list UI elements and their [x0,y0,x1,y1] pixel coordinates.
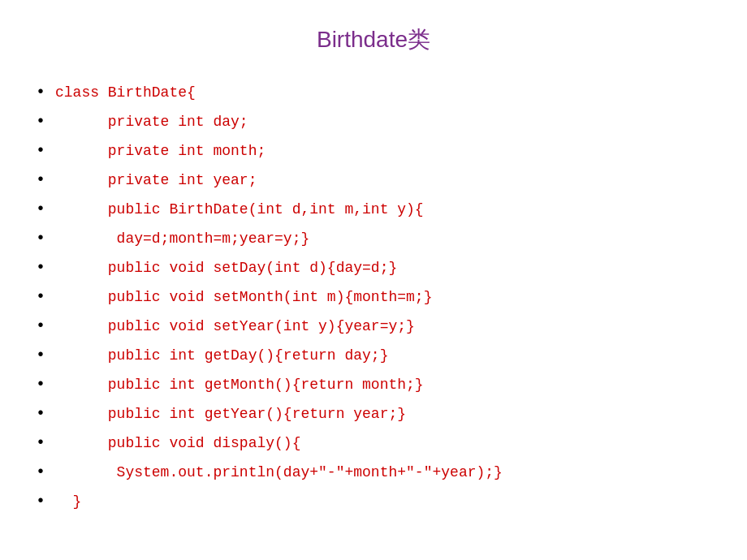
bullet-icon: • [32,459,49,485]
list-item: • private int month; [32,138,715,164]
code-line-text: public int getDay(){return day;} [55,344,388,368]
list-item: • public void setMonth(int m){month=m;} [32,284,715,310]
list-item: • public int getYear(){return year;} [32,401,715,427]
code-line-text: public void setMonth(int m){month=m;} [55,286,432,309]
list-item: • day=d;month=m;year=y;} [32,226,715,252]
title-text: Birthdate类 [317,27,430,52]
list-item: •class BirthDate{ [32,80,715,106]
bullet-icon: • [32,80,49,106]
code-line-text: private int year; [55,169,257,192]
bullet-icon: • [32,255,49,281]
bullet-icon: • [32,489,49,515]
code-line-text: public int getMonth(){return month;} [55,373,424,397]
list-item: • public int getMonth(){return month;} [32,372,715,398]
page-title: Birthdate类 [32,24,715,55]
code-line-text: private int month; [55,140,266,163]
list-item: • private int day; [32,109,715,135]
code-line-text: private int day; [55,110,248,134]
bullet-icon: • [32,430,49,456]
bullet-icon: • [32,284,49,310]
bullet-icon: • [32,401,49,427]
bullet-icon: • [32,109,49,135]
list-item: • public int getDay(){return day;} [32,342,715,368]
code-line-text: public void setYear(int y){year=y;} [55,315,415,338]
code-list: •class BirthDate{• private int day;• pri… [32,80,715,518]
code-line-text: public BirthDate(int d,int m,int y){ [55,198,424,222]
code-line-text: } [55,490,81,514]
code-line-text: public void setDay(int d){day=d;} [55,256,397,280]
code-line-text: class BirthDate{ [55,81,196,105]
code-line-text: public void dispaly(){ [55,432,300,455]
list-item: • public void dispaly(){ [32,430,715,456]
bullet-icon: • [32,138,49,164]
list-item: • private int year; [32,167,715,193]
bullet-icon: • [32,372,49,398]
bullet-icon: • [32,167,49,193]
list-item: • public void setDay(int d){day=d;} [32,255,715,281]
bullet-icon: • [32,342,49,368]
list-item: • public BirthDate(int d,int m,int y){ [32,196,715,222]
code-line-text: day=d;month=m;year=y;} [55,227,309,251]
code-line-text: System.out.println(day+"-"+month+"-"+yea… [55,461,503,485]
bullet-icon: • [32,313,49,339]
list-item: • System.out.println(day+"-"+month+"-"+y… [32,459,715,485]
bullet-icon: • [32,226,49,252]
list-item: • } [32,489,715,515]
page-container: Birthdate类 •class BirthDate{• private in… [0,0,747,560]
code-line-text: public int getYear(){return year;} [55,403,406,426]
list-item: • public void setYear(int y){year=y;} [32,313,715,339]
bullet-icon: • [32,196,49,222]
